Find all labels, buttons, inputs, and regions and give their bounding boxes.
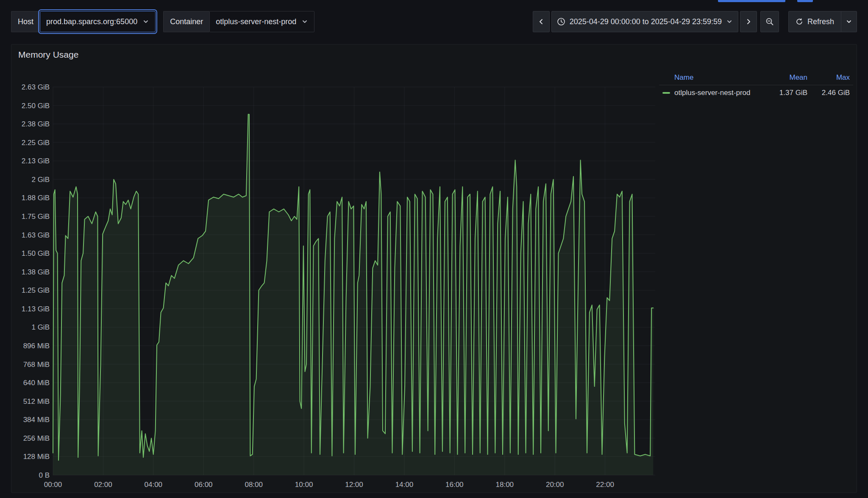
- legend-table: Name Mean Max otlplus-server-nest-prod 1…: [659, 72, 853, 100]
- chevron-left-icon: [538, 18, 545, 25]
- refresh-label: Refresh: [807, 17, 834, 26]
- svg-text:2 GiB: 2 GiB: [31, 176, 50, 184]
- svg-text:02:00: 02:00: [94, 481, 112, 489]
- chevron-down-icon: [142, 18, 149, 25]
- svg-text:512 MiB: 512 MiB: [23, 397, 50, 406]
- svg-text:06:00: 06:00: [195, 481, 213, 489]
- legend-header-name[interactable]: Name: [662, 73, 767, 82]
- svg-text:16:00: 16:00: [445, 481, 464, 489]
- svg-text:1.75 GiB: 1.75 GiB: [22, 213, 50, 221]
- svg-text:128 MiB: 128 MiB: [23, 453, 50, 461]
- chevron-right-icon: [745, 18, 752, 25]
- svg-text:04:00: 04:00: [145, 481, 163, 489]
- svg-text:1.63 GiB: 1.63 GiB: [22, 231, 50, 239]
- svg-text:640 MiB: 640 MiB: [23, 379, 50, 387]
- legend-header-mean[interactable]: Mean: [767, 73, 807, 82]
- legend-header-max[interactable]: Max: [807, 73, 850, 82]
- svg-text:1.25 GiB: 1.25 GiB: [22, 286, 50, 294]
- magnifier-minus-icon: [765, 17, 774, 26]
- host-select-value: prod.bap.sparcs.org:65000: [46, 17, 137, 26]
- svg-text:2.25 GiB: 2.25 GiB: [22, 139, 50, 147]
- svg-text:08:00: 08:00: [245, 481, 263, 489]
- svg-text:12:00: 12:00: [345, 481, 363, 489]
- cutoff-toolbar-button[interactable]: [797, 0, 813, 2]
- svg-text:00:00: 00:00: [44, 481, 62, 489]
- refresh-interval-dropdown-button[interactable]: [841, 11, 857, 32]
- svg-text:256 MiB: 256 MiB: [23, 434, 50, 442]
- memory-usage-chart[interactable]: 0 B128 MiB256 MiB384 MiB512 MiB640 MiB76…: [11, 62, 660, 494]
- host-variable-label: Host: [11, 11, 40, 32]
- svg-text:768 MiB: 768 MiB: [23, 361, 50, 369]
- chevron-down-icon: [301, 18, 308, 25]
- legend-series-mean: 1.37 GiB: [767, 89, 807, 97]
- time-back-button[interactable]: [533, 11, 550, 32]
- legend-series-name[interactable]: otlplus-server-nest-prod: [674, 89, 767, 97]
- container-variable-label: Container: [163, 11, 209, 32]
- x-axis-labels: 00:0002:0004:0006:0008:0010:0012:0014:00…: [44, 481, 614, 489]
- svg-text:1.13 GiB: 1.13 GiB: [22, 305, 50, 313]
- svg-text:10:00: 10:00: [295, 481, 313, 489]
- svg-text:896 MiB: 896 MiB: [23, 342, 50, 350]
- time-range-picker-button[interactable]: 2025-04-29 00:00:00 to 2025-04-29 23:59:…: [551, 11, 738, 32]
- svg-text:1.50 GiB: 1.50 GiB: [22, 249, 50, 257]
- svg-text:2.38 GiB: 2.38 GiB: [22, 120, 50, 128]
- memory-series-fill: [53, 115, 653, 476]
- svg-text:18:00: 18:00: [496, 481, 514, 489]
- host-select[interactable]: prod.bap.sparcs.org:65000: [40, 11, 156, 32]
- svg-text:0 B: 0 B: [39, 471, 50, 479]
- svg-text:2.50 GiB: 2.50 GiB: [22, 102, 50, 110]
- legend-row: otlplus-server-nest-prod 1.37 GiB 2.46 G…: [659, 85, 853, 100]
- svg-text:384 MiB: 384 MiB: [23, 416, 50, 424]
- svg-text:2.13 GiB: 2.13 GiB: [22, 157, 50, 165]
- host-variable: Host prod.bap.sparcs.org:65000: [11, 11, 156, 32]
- legend-series-max: 2.46 GiB: [807, 89, 850, 97]
- memory-usage-panel: Memory Usage 0 B128 MiB256 MiB384 MiB512…: [11, 44, 857, 493]
- container-variable: Container otlplus-server-nest-prod: [163, 11, 314, 32]
- container-select-value: otlplus-server-nest-prod: [216, 17, 296, 26]
- container-select[interactable]: otlplus-server-nest-prod: [209, 11, 314, 32]
- panel-title[interactable]: Memory Usage: [18, 50, 78, 60]
- zoom-out-button[interactable]: [760, 11, 779, 32]
- svg-text:22:00: 22:00: [596, 481, 614, 489]
- refresh-icon: [796, 18, 803, 25]
- refresh-button-group: Refresh: [788, 11, 857, 32]
- y-axis-labels: 0 B128 MiB256 MiB384 MiB512 MiB640 MiB76…: [22, 83, 50, 479]
- svg-text:2.63 GiB: 2.63 GiB: [22, 83, 50, 91]
- time-forward-button[interactable]: [740, 11, 757, 32]
- dashboard-toolbar: Host prod.bap.sparcs.org:65000 Container…: [11, 11, 857, 32]
- svg-text:1 GiB: 1 GiB: [31, 323, 50, 331]
- svg-text:14:00: 14:00: [395, 481, 414, 489]
- clock-icon: [557, 17, 565, 26]
- chevron-down-icon: [846, 18, 852, 25]
- svg-text:20:00: 20:00: [546, 481, 564, 489]
- legend-swatch: [662, 92, 670, 94]
- time-controls: 2025-04-29 00:00:00 to 2025-04-29 23:59:…: [533, 11, 857, 32]
- legend-header: Name Mean Max: [659, 72, 853, 85]
- chevron-down-icon: [726, 18, 733, 25]
- refresh-button[interactable]: Refresh: [788, 11, 841, 32]
- time-range-text: 2025-04-29 00:00:00 to 2025-04-29 23:59:…: [570, 17, 722, 26]
- cutoff-toolbar-button[interactable]: [718, 0, 785, 2]
- svg-text:1.38 GiB: 1.38 GiB: [22, 268, 50, 276]
- svg-text:1.88 GiB: 1.88 GiB: [22, 194, 50, 202]
